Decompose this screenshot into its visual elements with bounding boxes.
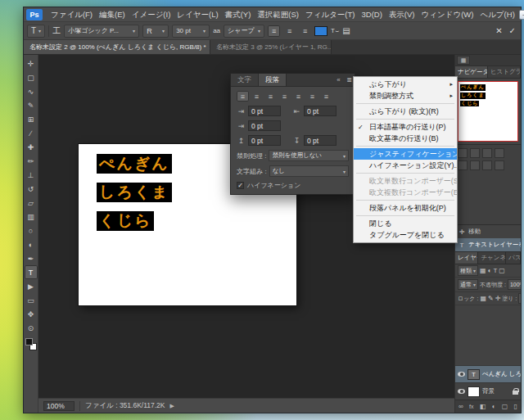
toggle-panels-icon[interactable]: ▤ <box>342 26 350 35</box>
align-center-button[interactable]: ≡ <box>251 91 263 102</box>
gradient-tool[interactable]: ▥ <box>25 210 38 224</box>
menu-item-close-tab-group[interactable]: タブグループを閉じる <box>354 229 457 241</box>
cancel-edit-button[interactable]: ✕ <box>494 26 504 35</box>
background-layer-thumbnail[interactable] <box>468 386 480 397</box>
menu-item-roman-hanging[interactable]: ぶら下がり (欧文)(R) <box>354 106 457 117</box>
layer-style-icon[interactable]: fx <box>469 404 473 409</box>
blend-mode-select[interactable]: 通常▾ <box>458 279 478 290</box>
text-line[interactable]: ぺんぎん <box>97 154 172 174</box>
type-tool[interactable]: T <box>25 265 38 279</box>
layer-row-background[interactable]: 背景 <box>455 382 521 400</box>
justify-all-button[interactable]: ≡ <box>320 91 332 102</box>
menu-window[interactable]: ウィンドウ(W) <box>418 7 477 22</box>
crop-tool[interactable]: ⊞ <box>25 112 38 126</box>
move-tool[interactable]: ✛ <box>25 56 38 70</box>
lock-transparency-icon[interactable]: ▦ <box>480 295 486 302</box>
filter-type-icon[interactable]: T <box>493 267 497 274</box>
space-before-field[interactable]: 0 pt <box>248 135 281 146</box>
menu-item-justification[interactable]: ジャスティフィケーション(J)... <box>354 148 457 160</box>
commit-edit-button[interactable]: ✓ <box>508 26 517 35</box>
text-block[interactable]: ぺんぎん しろくま くじら <box>97 154 172 240</box>
menu-item-roman-leading[interactable]: 欧文基準の行送り(B) <box>354 133 457 144</box>
menu-item-japanese-leading[interactable]: ✓日本語基準の行送り(P) <box>354 121 457 133</box>
tab-layers[interactable]: レイヤー <box>455 252 478 264</box>
menu-select[interactable]: 選択範囲(S) <box>254 7 302 22</box>
filter-type-select[interactable]: 種類▾ <box>458 265 478 276</box>
space-after-field[interactable]: 0 pt <box>304 135 337 146</box>
text-orientation-icon[interactable]: 工 <box>52 25 61 37</box>
panel-icon[interactable] <box>495 160 504 170</box>
minimize-button[interactable]: — <box>519 10 524 20</box>
kinsoku-select[interactable]: 禁則を使用しない▾ <box>269 150 349 161</box>
left-indent-field[interactable]: 0 pt <box>248 106 281 116</box>
history-state-edit-type[interactable]: Tテキストレイヤーを編集 <box>455 238 521 251</box>
text-color-swatch[interactable] <box>314 26 328 36</box>
menu-item-kinsoku-adjustment[interactable]: 禁則調整方式▸ <box>354 90 457 102</box>
tab-histogram[interactable]: ヒストグラム <box>488 66 521 78</box>
adjustment-layer-icon[interactable]: ◐ <box>492 403 496 410</box>
menu-file[interactable]: ファイル(F) <box>47 7 96 22</box>
menu-item-close[interactable]: 閉じる <box>354 218 457 229</box>
tool-preset-picker[interactable]: T▾ <box>27 25 45 38</box>
justify-last-right-button[interactable]: ≡ <box>306 91 318 102</box>
path-selection-tool[interactable]: ▶ <box>25 279 38 293</box>
brush-tool[interactable]: ✏ <box>25 154 38 168</box>
status-expand-icon[interactable]: ▶ <box>170 403 174 409</box>
menu-item-reset-paragraph[interactable]: 段落パネルを初期化(P) <box>354 202 457 214</box>
justify-last-left-button[interactable]: ≡ <box>278 91 291 102</box>
clone-stamp-tool[interactable]: ⊥ <box>25 168 38 182</box>
menu-edit[interactable]: 編集(E) <box>96 7 129 22</box>
menu-view[interactable]: 表示(V) <box>386 7 418 22</box>
font-size-select[interactable]: 30 pt▾ <box>172 25 210 38</box>
collapse-panel-icon[interactable]: « <box>333 74 344 86</box>
blur-tool[interactable]: ○ <box>25 224 38 237</box>
healing-brush-tool[interactable]: ✚ <box>25 140 38 154</box>
navigator-preview[interactable]: ぺんぎん しろくま くじら <box>458 81 518 142</box>
align-right-button[interactable]: ≡ <box>299 25 311 37</box>
panel-icon[interactable] <box>458 160 468 170</box>
font-family-select[interactable]: 小塚ゴシック P...▾ <box>64 25 139 38</box>
rectangular-marquee-tool[interactable]: ▢ <box>25 70 38 84</box>
color-swatches[interactable] <box>25 338 37 350</box>
tab-paths[interactable]: パス <box>506 252 521 264</box>
panel-icon[interactable] <box>482 160 492 170</box>
tab-channels[interactable]: チャンネル <box>478 252 506 264</box>
fill-select[interactable]: 100%▾ <box>518 293 521 304</box>
anti-alias-select[interactable]: シャープ▾ <box>224 25 264 38</box>
menu-help[interactable]: ヘルプ(H) <box>477 7 517 22</box>
font-style-select[interactable]: R▾ <box>142 25 169 38</box>
lasso-tool[interactable]: ∿ <box>25 84 38 98</box>
lock-position-icon[interactable]: ✛ <box>495 295 501 302</box>
panel-icon[interactable] <box>470 160 480 170</box>
eraser-tool[interactable]: ▱ <box>25 196 38 210</box>
link-layers-icon[interactable]: ∞ <box>458 403 463 410</box>
filter-shape-icon[interactable]: ▢ <box>499 267 505 274</box>
justify-last-center-button[interactable]: ≡ <box>292 91 305 102</box>
menu-item-hyphenation-settings[interactable]: ハイフネーション設定(Y)... <box>354 160 457 171</box>
mojikumi-select[interactable]: なし▾ <box>269 165 349 177</box>
history-brush-tool[interactable]: ↺ <box>25 182 38 196</box>
first-line-indent-field[interactable]: 0 pt <box>248 120 281 131</box>
collapse-to-icons-button[interactable]: ▦ <box>457 56 470 65</box>
hand-tool[interactable]: ✥ <box>25 307 38 321</box>
tab-character[interactable]: 文字 <box>231 74 259 86</box>
layer-row-text[interactable]: T ぺんぎん しろくま くじら <box>455 365 521 382</box>
quick-selection-tool[interactable]: ✎ <box>25 98 38 112</box>
foreground-color-swatch[interactable] <box>25 338 33 345</box>
document-tab-1[interactable]: 名称未設定 2 @ 100% (ぺんぎん しろくま くじら, RGB/8) *× <box>24 40 210 54</box>
warp-text-icon[interactable]: T⌣ <box>331 27 339 35</box>
pen-tool[interactable]: ✒ <box>25 251 38 265</box>
eyedropper-tool[interactable]: ∕ <box>25 126 38 140</box>
menu-filter[interactable]: フィルター(T) <box>302 7 359 22</box>
visibility-eye-icon[interactable] <box>458 389 465 394</box>
panel-icon[interactable] <box>482 148 492 158</box>
panel-icon[interactable] <box>495 148 504 158</box>
lock-pixels-icon[interactable]: ✎ <box>488 295 494 302</box>
align-center-button[interactable]: ≡ <box>283 25 296 37</box>
add-mask-icon[interactable]: ◧ <box>480 403 486 410</box>
layer-name[interactable]: ぺんぎん しろくま くじら <box>482 370 521 378</box>
panel-icon[interactable] <box>470 148 480 158</box>
menu-3d[interactable]: 3D(D) <box>359 7 386 22</box>
layer-name[interactable]: 背景 <box>482 387 495 395</box>
align-left-button[interactable]: ≡ <box>237 91 249 102</box>
